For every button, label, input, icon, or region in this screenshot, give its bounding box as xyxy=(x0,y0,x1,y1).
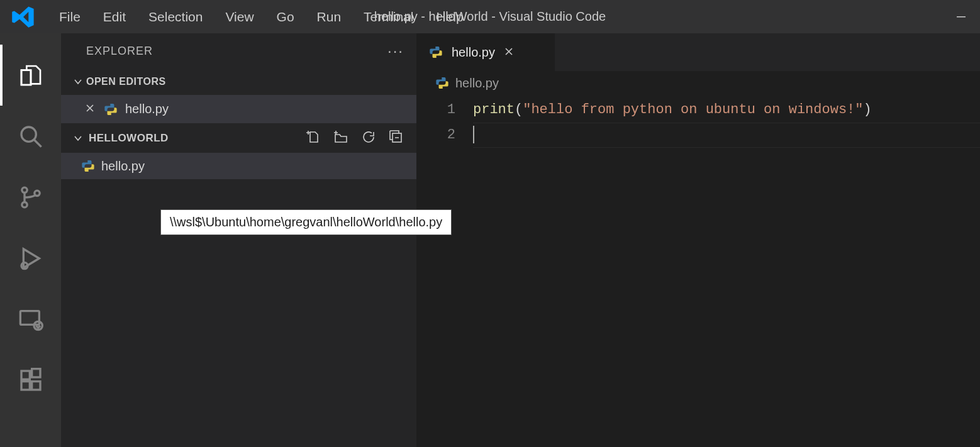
svg-rect-9 xyxy=(21,371,30,379)
svg-point-5 xyxy=(34,190,39,196)
svg-rect-12 xyxy=(31,368,40,377)
svg-line-2 xyxy=(34,140,42,147)
sidebar-header: EXPLORER ··· xyxy=(61,33,416,69)
chevron-down-icon xyxy=(70,77,86,87)
new-folder-icon[interactable] xyxy=(333,130,348,147)
activity-remote-explorer[interactable] xyxy=(0,289,61,350)
more-actions-icon[interactable]: ··· xyxy=(387,42,404,60)
activity-bar xyxy=(0,33,61,447)
collapse-all-icon[interactable] xyxy=(389,130,404,147)
window-controls xyxy=(942,0,980,33)
menu-file[interactable]: File xyxy=(48,9,92,25)
open-editors-section[interactable]: OPEN EDITORS xyxy=(61,69,416,95)
code-editor[interactable]: 1 2 print("hello from python on ubuntu o… xyxy=(416,95,980,447)
close-icon[interactable] xyxy=(85,103,96,116)
tree-file-item[interactable]: hello.py xyxy=(61,153,416,179)
folder-name: HELLOWORLD xyxy=(89,132,169,145)
editor-tab[interactable]: hello.py xyxy=(416,33,555,71)
python-file-icon xyxy=(81,159,95,173)
code-content[interactable]: print("hello from python on ubuntu on wi… xyxy=(473,95,980,447)
line-number-gutter: 1 2 xyxy=(416,95,473,447)
open-editors-label: OPEN EDITORS xyxy=(86,76,166,87)
svg-rect-11 xyxy=(31,381,40,389)
editor-group: hello.py hello.py 1 2 print("hello from … xyxy=(416,33,980,447)
python-file-icon xyxy=(104,102,118,116)
sidebar-title: EXPLORER xyxy=(86,45,153,58)
activity-source-control[interactable] xyxy=(0,167,61,228)
code-line-1: print("hello from python on ubuntu on wi… xyxy=(473,97,980,123)
folder-section-header[interactable]: HELLOWORLD xyxy=(61,123,416,153)
python-file-icon xyxy=(429,45,443,59)
svg-point-1 xyxy=(21,127,36,141)
open-editor-filename: hello.py xyxy=(125,102,169,116)
chevron-down-icon xyxy=(70,133,86,143)
current-line-highlight xyxy=(473,123,980,148)
file-path-tooltip: \\wsl$\Ubuntu\home\gregvanl\helloWorld\h… xyxy=(160,209,452,235)
menu-view[interactable]: View xyxy=(214,9,265,25)
svg-rect-10 xyxy=(21,381,30,389)
activity-run-debug[interactable] xyxy=(0,228,61,289)
minimize-button[interactable] xyxy=(942,0,980,33)
breadcrumb-label: hello.py xyxy=(455,76,499,91)
open-editor-item[interactable]: hello.py xyxy=(61,95,416,123)
vscode-logo-icon xyxy=(11,5,35,29)
title-bar: File Edit Selection View Go Run Terminal… xyxy=(0,0,980,33)
tree-file-name: hello.py xyxy=(101,159,145,174)
activity-search[interactable] xyxy=(0,106,61,167)
python-file-icon xyxy=(435,76,449,90)
line-number: 2 xyxy=(416,123,455,148)
refresh-icon[interactable] xyxy=(361,130,376,147)
svg-rect-0 xyxy=(957,16,966,18)
close-icon[interactable] xyxy=(504,45,514,60)
breadcrumb[interactable]: hello.py xyxy=(416,71,980,95)
editor-tab-bar: hello.py xyxy=(416,33,980,71)
activity-explorer[interactable] xyxy=(0,45,61,106)
menu-selection[interactable]: Selection xyxy=(137,9,214,25)
new-file-icon[interactable] xyxy=(306,130,321,147)
line-number: 1 xyxy=(416,97,455,123)
activity-extensions[interactable] xyxy=(0,350,61,411)
svg-point-4 xyxy=(21,202,26,207)
window-title: hello.py - helloWorld - Visual Studio Co… xyxy=(270,9,710,24)
tab-label: hello.py xyxy=(452,45,495,60)
explorer-sidebar: EXPLORER ··· OPEN EDITORS hello.py HELL xyxy=(61,33,416,447)
menu-edit[interactable]: Edit xyxy=(92,9,137,25)
svg-point-3 xyxy=(21,187,26,192)
